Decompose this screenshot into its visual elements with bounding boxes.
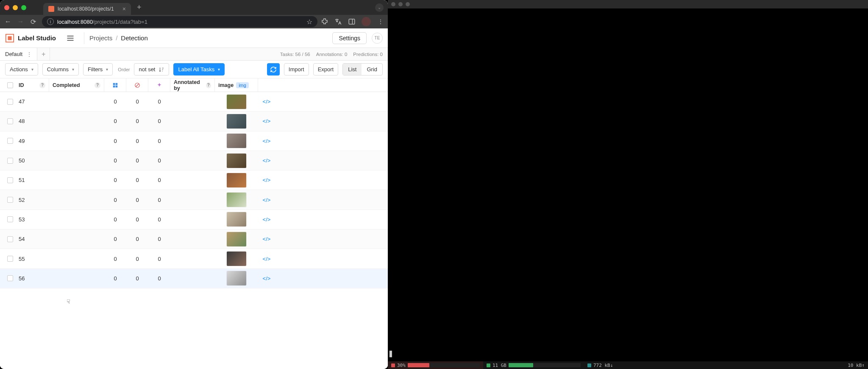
row-checkbox[interactable] xyxy=(5,229,15,249)
cell-source-button[interactable]: </> xyxy=(258,210,275,229)
browser-menu-icon[interactable]: ⋮ xyxy=(377,18,384,25)
cell-image[interactable] xyxy=(215,112,258,131)
columns-dropdown[interactable]: Columns ▾ xyxy=(42,63,79,75)
row-checkbox[interactable] xyxy=(5,92,15,111)
cell-source-button[interactable]: </> xyxy=(258,112,275,131)
view-grid-button[interactable]: Grid xyxy=(362,64,382,75)
sidepanel-icon[interactable] xyxy=(348,18,356,25)
col-cancelled[interactable] xyxy=(126,78,148,92)
table-row[interactable]: 55000</> xyxy=(0,249,388,268)
cell-source-button[interactable]: </> xyxy=(258,190,275,209)
thumbnail-icon xyxy=(227,271,246,285)
table-row[interactable]: 49000</> xyxy=(0,131,388,151)
settings-button[interactable]: Settings xyxy=(332,32,367,44)
menu-button[interactable] xyxy=(64,32,76,44)
col-id[interactable]: ID ? xyxy=(15,78,49,92)
tab-overflow-icon[interactable]: ⌄ xyxy=(375,3,384,12)
cell-image[interactable] xyxy=(215,249,258,268)
terminal-body[interactable]: ▊ 30% 11 GB 772 kB↓ 10 kB↑ xyxy=(388,8,868,369)
cell-image[interactable] xyxy=(215,171,258,190)
view-list-button[interactable]: List xyxy=(343,64,362,75)
profile-avatar-icon[interactable] xyxy=(362,17,371,26)
tasks-table: ID ? Completed ? xyxy=(0,78,388,369)
row-checkbox[interactable] xyxy=(5,249,15,268)
cell-image[interactable] xyxy=(215,151,258,170)
table-row[interactable]: 53000</> xyxy=(0,210,388,229)
table-row[interactable]: 56000</> xyxy=(0,269,388,288)
translate-icon[interactable] xyxy=(334,18,342,25)
address-bar[interactable]: i localhost:8080/projects/1/data?tab=1 ☆ xyxy=(42,16,317,27)
site-info-icon[interactable]: i xyxy=(47,18,54,25)
filters-dropdown[interactable]: Filters ▾ xyxy=(83,63,113,75)
breadcrumb-projects[interactable]: Projects xyxy=(89,34,112,42)
table-row[interactable]: 50000</> xyxy=(0,151,388,171)
import-button[interactable]: Import xyxy=(284,63,309,75)
table-row[interactable]: 47000</> xyxy=(0,92,388,112)
reload-button[interactable]: ⟳ xyxy=(28,18,38,26)
cell-id: 50 xyxy=(15,151,49,170)
status-bar: 30% 11 GB 772 kB↓ 10 kB↑ xyxy=(388,361,868,369)
cell-source-button[interactable]: </> xyxy=(258,229,275,249)
export-button[interactable]: Export xyxy=(313,63,339,75)
back-button[interactable]: ← xyxy=(3,18,13,25)
col-predictions[interactable] xyxy=(148,78,170,92)
cell-source-button[interactable]: </> xyxy=(258,131,275,151)
col-annotations[interactable] xyxy=(104,78,126,92)
extensions-icon[interactable] xyxy=(321,18,328,25)
actions-dropdown[interactable]: Actions ▾ xyxy=(5,63,38,75)
view-tab-default[interactable]: Default ⋮ xyxy=(0,48,37,60)
brand[interactable]: Label Studio xyxy=(5,34,56,43)
row-checkbox[interactable] xyxy=(5,151,15,170)
table-row[interactable]: 52000</> xyxy=(0,190,388,210)
bookmark-icon[interactable]: ☆ xyxy=(306,18,312,26)
tab-close-icon[interactable]: × xyxy=(122,6,126,12)
col-annotated-by[interactable]: Annotated by ? xyxy=(170,78,215,92)
maximize-window-icon[interactable] xyxy=(21,5,26,10)
window-dot-icon[interactable] xyxy=(406,2,410,6)
row-checkbox[interactable] xyxy=(5,112,15,131)
help-icon[interactable]: ? xyxy=(206,82,211,88)
add-view-tab-button[interactable]: + xyxy=(37,48,50,60)
row-checkbox[interactable] xyxy=(5,190,15,209)
svg-rect-9 xyxy=(113,85,115,87)
window-dot-icon[interactable] xyxy=(398,2,403,6)
row-checkbox[interactable] xyxy=(5,131,15,151)
select-all-checkbox[interactable] xyxy=(5,78,15,92)
browser-tab[interactable]: localhost:8080/projects/1 × xyxy=(43,3,131,15)
cell-image[interactable] xyxy=(215,92,258,111)
cell-source-button[interactable]: </> xyxy=(258,92,275,111)
col-completed[interactable]: Completed ? xyxy=(49,78,104,92)
label-all-label: Label All Tasks xyxy=(178,66,214,73)
help-icon[interactable]: ? xyxy=(95,82,100,88)
table-row[interactable]: 48000</> xyxy=(0,112,388,131)
cell-source-button[interactable]: </> xyxy=(258,171,275,190)
row-checkbox[interactable] xyxy=(5,269,15,288)
forward-button[interactable]: → xyxy=(16,18,25,25)
help-icon[interactable]: ? xyxy=(39,82,45,88)
cell-image[interactable] xyxy=(215,269,258,288)
table-row[interactable]: 51000</> xyxy=(0,171,388,190)
user-avatar[interactable]: TE xyxy=(372,33,383,44)
order-dropdown[interactable]: not set xyxy=(134,63,169,75)
cell-image[interactable] xyxy=(215,131,258,151)
new-tab-button[interactable]: + xyxy=(137,3,142,12)
cell-source-button[interactable]: </> xyxy=(258,151,275,170)
cell-cancelled-count: 0 xyxy=(126,210,148,229)
row-checkbox[interactable] xyxy=(5,171,15,190)
label-all-tasks-button[interactable]: Label All Tasks ▾ xyxy=(173,63,225,75)
table-row[interactable]: 54000</> xyxy=(0,229,388,249)
view-tab-menu-icon[interactable]: ⋮ xyxy=(27,51,32,57)
cell-image[interactable] xyxy=(215,210,258,229)
minimize-window-icon[interactable] xyxy=(13,5,18,10)
refresh-button[interactable] xyxy=(267,63,280,75)
thumbnail-icon xyxy=(227,173,246,187)
col-image[interactable]: image img xyxy=(215,78,258,92)
cell-image[interactable] xyxy=(215,190,258,209)
cell-image[interactable] xyxy=(215,229,258,249)
window-dot-icon[interactable] xyxy=(391,2,395,6)
close-window-icon[interactable] xyxy=(4,5,9,10)
cell-source-button[interactable]: </> xyxy=(258,269,275,288)
toolbar: Actions ▾ Columns ▾ Filters ▾ Order not … xyxy=(0,61,388,78)
row-checkbox[interactable] xyxy=(5,210,15,229)
cell-source-button[interactable]: </> xyxy=(258,249,275,268)
